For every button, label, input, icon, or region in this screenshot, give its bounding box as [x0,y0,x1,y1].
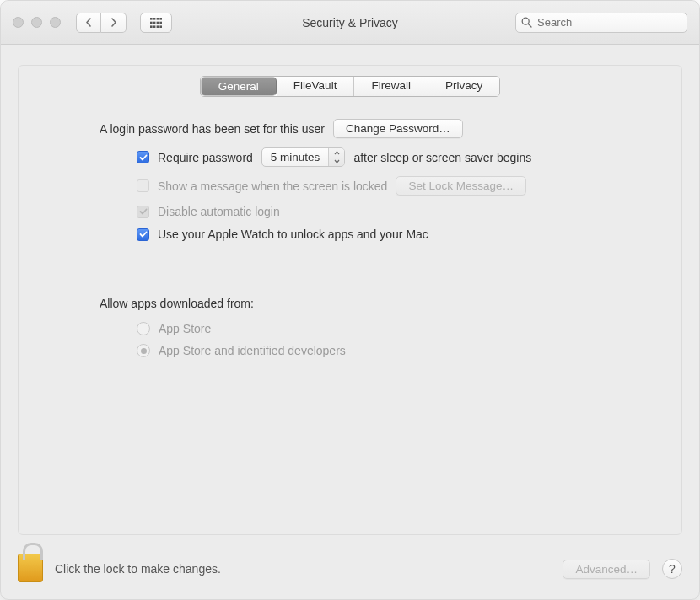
advanced-button[interactable]: Advanced… [563,560,650,579]
apple-watch-label: Use your Apple Watch to unlock apps and … [158,228,428,241]
svg-rect-9 [153,25,156,28]
svg-rect-2 [157,18,159,20]
svg-rect-10 [157,25,159,28]
toolbar: Security & Privacy [1,1,699,45]
main-panel: General FileVault Firewall Privacy A log… [18,65,682,535]
minimize-window-button[interactable] [31,17,42,28]
allow-apps-section: Allow apps downloaded from: App Store Ap… [19,297,681,366]
check-icon [139,230,148,238]
tab-filevault[interactable]: FileVault [277,77,355,96]
svg-rect-7 [159,21,162,24]
nav-buttons [76,13,127,33]
tabs: General FileVault Firewall Privacy [19,66,681,119]
svg-rect-3 [159,18,162,20]
traffic-lights [13,17,61,28]
require-password-delay-select[interactable]: 5 minutes [261,147,346,167]
svg-rect-5 [153,21,156,24]
apple-watch-checkbox[interactable] [137,228,149,241]
search-field[interactable] [515,13,687,33]
require-password-label: Require password [158,151,253,164]
svg-line-13 [528,24,531,27]
check-icon [139,207,148,216]
set-lock-message-button: Set Lock Message… [396,176,526,196]
require-password-checkbox[interactable] [137,151,149,163]
disable-auto-login-checkbox [137,206,149,218]
lock-icon [18,554,43,582]
chevron-down-icon [334,159,340,163]
require-password-delay-value: 5 minutes [262,151,329,163]
disable-auto-login-label: Disable automatic login [158,205,280,218]
tab-firewall[interactable]: Firewall [354,77,428,96]
login-password-label: A login password has been set for this u… [100,122,325,136]
allow-apps-heading: Allow apps downloaded from: [100,297,629,310]
svg-rect-1 [153,18,156,20]
footer: Click the lock to make changes. Advanced… [1,542,699,599]
chevron-right-icon [110,18,117,27]
tab-privacy[interactable]: Privacy [428,77,499,96]
content-area: General FileVault Firewall Privacy A log… [1,45,699,550]
show-message-label: Show a message when the screen is locked [158,179,387,193]
change-password-button[interactable]: Change Password… [333,119,463,138]
radio-app-store-identified-label: App Store and identified developers [159,344,346,357]
login-password-row: A login password has been set for this u… [100,119,629,138]
svg-rect-4 [150,21,153,24]
radio-app-store [137,322,150,335]
select-stepper [328,148,344,166]
svg-rect-8 [150,25,153,28]
svg-rect-0 [150,18,153,20]
apple-watch-row: Use your Apple Watch to unlock apps and … [100,228,629,241]
radio-app-store-identified-row: App Store and identified developers [100,344,629,357]
back-button[interactable] [76,13,101,33]
show-all-prefs-button[interactable] [140,13,172,33]
tab-general[interactable]: General [201,77,277,96]
close-window-button[interactable] [13,17,24,28]
section-divider [44,276,656,276]
chevron-up-icon [334,151,340,155]
show-message-checkbox [137,179,149,192]
tab-segmented-control: General FileVault Firewall Privacy [200,76,500,97]
grid-icon [150,18,162,28]
help-button[interactable]: ? [662,559,682,579]
show-message-row: Show a message when the screen is locked… [100,176,629,196]
search-icon [521,17,532,28]
radio-app-store-label: App Store [159,322,211,335]
radio-app-store-identified [137,344,150,357]
svg-rect-6 [157,21,159,24]
lock-message: Click the lock to make changes. [55,562,221,576]
search-input[interactable] [536,15,681,29]
preferences-window: Security & Privacy General FileVault Fir… [0,0,700,600]
forward-button[interactable] [101,13,127,33]
lock-button[interactable] [18,554,43,584]
require-password-suffix: after sleep or screen saver begins [353,151,531,164]
require-password-row: Require password 5 minutes after sleep o… [100,147,629,167]
check-icon [139,153,148,162]
svg-rect-11 [159,25,162,28]
disable-auto-login-row: Disable automatic login [100,205,629,218]
general-tab-body: A login password has been set for this u… [19,119,681,250]
chevron-left-icon [85,18,92,27]
radio-app-store-row: App Store [100,322,629,335]
zoom-window-button[interactable] [50,17,61,28]
